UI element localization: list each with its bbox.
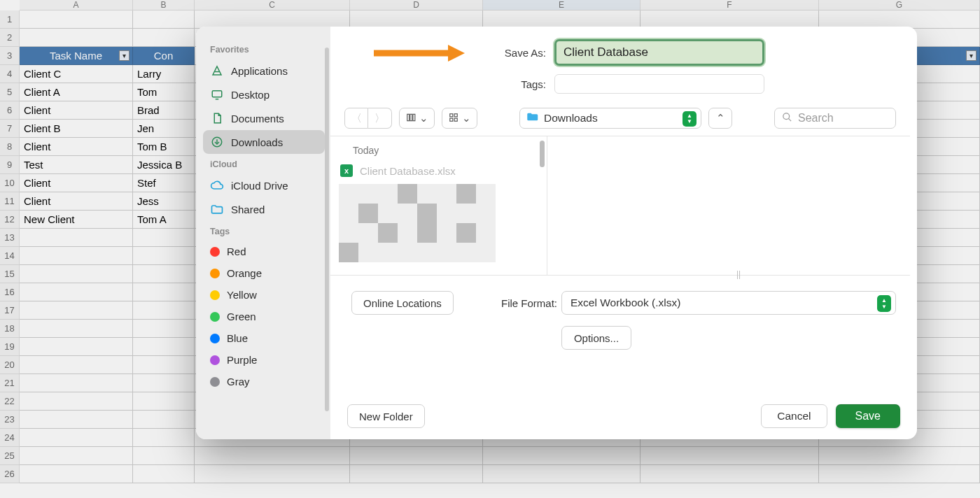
- column-header[interactable]: G: [819, 0, 980, 10]
- row-header[interactable]: 19: [0, 338, 20, 356]
- collapse-button[interactable]: ⌃: [708, 108, 732, 129]
- cell[interactable]: [133, 356, 195, 374]
- sidebar-tag-gray[interactable]: Gray: [203, 371, 325, 392]
- cell[interactable]: [195, 465, 350, 483]
- cell[interactable]: [20, 411, 133, 429]
- column-header[interactable]: B: [133, 0, 195, 10]
- cell[interactable]: [133, 429, 195, 447]
- sidebar-tag-red[interactable]: Red: [203, 241, 325, 262]
- sidebar-item-applications[interactable]: Applications: [203, 59, 325, 83]
- sidebar-tag-orange[interactable]: Orange: [203, 262, 325, 284]
- row-header[interactable]: 17: [0, 301, 20, 320]
- row-header[interactable]: 4: [0, 65, 20, 83]
- row-header[interactable]: 9: [0, 156, 20, 174]
- file-row[interactable]: Client Database.xlsx: [330, 162, 547, 180]
- column-header[interactable]: F: [640, 0, 819, 10]
- cell[interactable]: [133, 374, 195, 392]
- row-header[interactable]: 12: [0, 211, 20, 229]
- cell-task[interactable]: Client: [20, 101, 133, 120]
- scrollbar-thumb[interactable]: [540, 141, 545, 167]
- cell-contact[interactable]: Jen: [133, 120, 195, 138]
- cell[interactable]: [20, 29, 133, 47]
- row-header[interactable]: 2: [0, 29, 20, 47]
- cell[interactable]: [20, 338, 133, 356]
- column-header[interactable]: A: [20, 0, 133, 10]
- cell-task[interactable]: New Client: [20, 211, 133, 229]
- sidebar-item-shared[interactable]: Shared: [203, 197, 325, 221]
- cell-contact[interactable]: Larry: [133, 65, 195, 83]
- cell[interactable]: [133, 392, 195, 411]
- column-header[interactable]: C: [195, 0, 350, 10]
- row-header[interactable]: 22: [0, 392, 20, 411]
- cell[interactable]: [133, 29, 195, 47]
- cancel-button[interactable]: Cancel: [761, 404, 827, 428]
- cell[interactable]: [20, 283, 133, 301]
- file-column-1[interactable]: Today Client Database.xlsx: [330, 136, 547, 275]
- cell[interactable]: [133, 320, 195, 338]
- cell[interactable]: [133, 10, 195, 29]
- cell[interactable]: [133, 283, 195, 301]
- cell[interactable]: [20, 301, 133, 320]
- cell-task[interactable]: Client: [20, 138, 133, 156]
- location-picker[interactable]: Downloads ▲▼: [519, 108, 701, 129]
- new-folder-button[interactable]: New Folder: [347, 404, 425, 428]
- cell[interactable]: [133, 411, 195, 429]
- cell-task[interactable]: Client A: [20, 83, 133, 101]
- view-columns-button[interactable]: ⌄: [399, 108, 435, 129]
- sidebar-item-documents[interactable]: Documents: [203, 106, 325, 130]
- cell[interactable]: [133, 301, 195, 320]
- row-header[interactable]: 10: [0, 174, 20, 192]
- cell[interactable]: [350, 465, 483, 483]
- options-button[interactable]: Options...: [561, 326, 631, 350]
- row-header[interactable]: 24: [0, 429, 20, 447]
- file-column-2[interactable]: ||: [547, 136, 910, 275]
- sidebar-tag-blue[interactable]: Blue: [203, 327, 325, 349]
- col-header-task[interactable]: Task Name▾: [20, 47, 133, 65]
- row-header[interactable]: 25: [0, 447, 20, 465]
- cell-contact[interactable]: Jessica B: [133, 156, 195, 174]
- row-header[interactable]: 6: [0, 101, 20, 120]
- forward-button[interactable]: 〉: [368, 108, 392, 129]
- cell[interactable]: [483, 465, 640, 483]
- row-header[interactable]: 18: [0, 320, 20, 338]
- row-header[interactable]: 14: [0, 247, 20, 265]
- row-header[interactable]: 5: [0, 83, 20, 101]
- row-header[interactable]: 3: [0, 47, 20, 65]
- cell[interactable]: [20, 247, 133, 265]
- cell[interactable]: [133, 447, 195, 465]
- column-header[interactable]: D: [350, 0, 483, 10]
- row-header[interactable]: 26: [0, 465, 20, 483]
- group-button[interactable]: ⌄: [442, 108, 477, 129]
- cell-contact[interactable]: Tom B: [133, 138, 195, 156]
- cell[interactable]: [133, 247, 195, 265]
- file-format-select[interactable]: Excel Workbook (.xlsx) ▲▼: [561, 291, 896, 315]
- cell[interactable]: [819, 447, 980, 465]
- row-header[interactable]: 23: [0, 411, 20, 429]
- cell-task[interactable]: Client C: [20, 65, 133, 83]
- cell[interactable]: [195, 447, 350, 465]
- cell[interactable]: [20, 356, 133, 374]
- cell-contact[interactable]: Brad: [133, 101, 195, 120]
- cell[interactable]: [20, 392, 133, 411]
- sidebar-tag-purple[interactable]: Purple: [203, 349, 325, 371]
- cell[interactable]: [20, 447, 133, 465]
- cell-contact[interactable]: Tom: [133, 83, 195, 101]
- tags-input[interactable]: [554, 74, 764, 94]
- cell[interactable]: [133, 265, 195, 283]
- row-header[interactable]: 11: [0, 192, 20, 211]
- cell[interactable]: [20, 229, 133, 247]
- column-header[interactable]: E: [483, 0, 640, 10]
- row-header[interactable]: 13: [0, 229, 20, 247]
- cell[interactable]: [350, 447, 483, 465]
- save-as-input[interactable]: [554, 39, 764, 66]
- column-resize-handle[interactable]: ||: [736, 269, 743, 283]
- cell-task[interactable]: Test: [20, 156, 133, 174]
- sidebar-item-downloads[interactable]: Downloads: [203, 130, 325, 154]
- sidebar-item-icloud-drive[interactable]: iCloud Drive: [203, 173, 325, 197]
- cell[interactable]: [483, 447, 640, 465]
- sidebar-tag-yellow[interactable]: Yellow: [203, 284, 325, 306]
- row-header[interactable]: 16: [0, 283, 20, 301]
- cell-task[interactable]: Client B: [20, 120, 133, 138]
- cell[interactable]: [20, 429, 133, 447]
- cell[interactable]: [20, 320, 133, 338]
